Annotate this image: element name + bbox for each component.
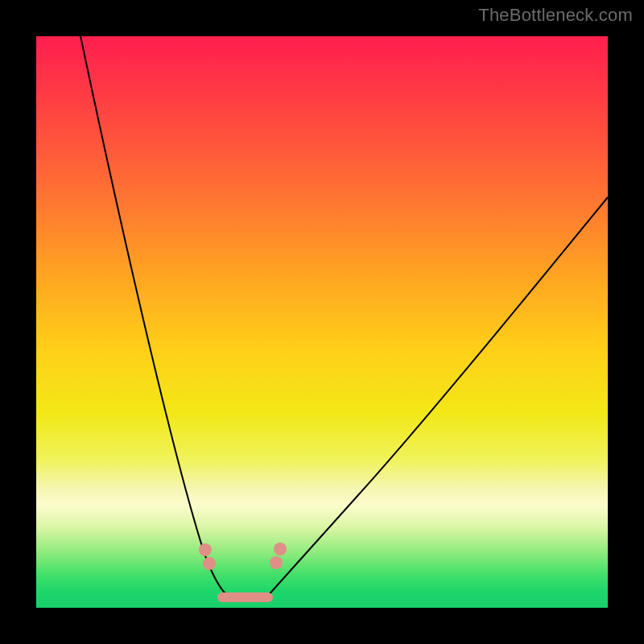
plot-area (36, 36, 608, 608)
marker-dot (199, 543, 212, 556)
left-curve (80, 36, 229, 597)
marker-dot (270, 556, 283, 569)
right-curve (266, 197, 608, 597)
marker-dot (274, 543, 287, 555)
chart-frame: TheBottleneck.com (0, 0, 644, 644)
curves-svg (36, 36, 608, 608)
marker-dot (203, 557, 216, 570)
watermark-text: TheBottleneck.com (478, 5, 633, 26)
